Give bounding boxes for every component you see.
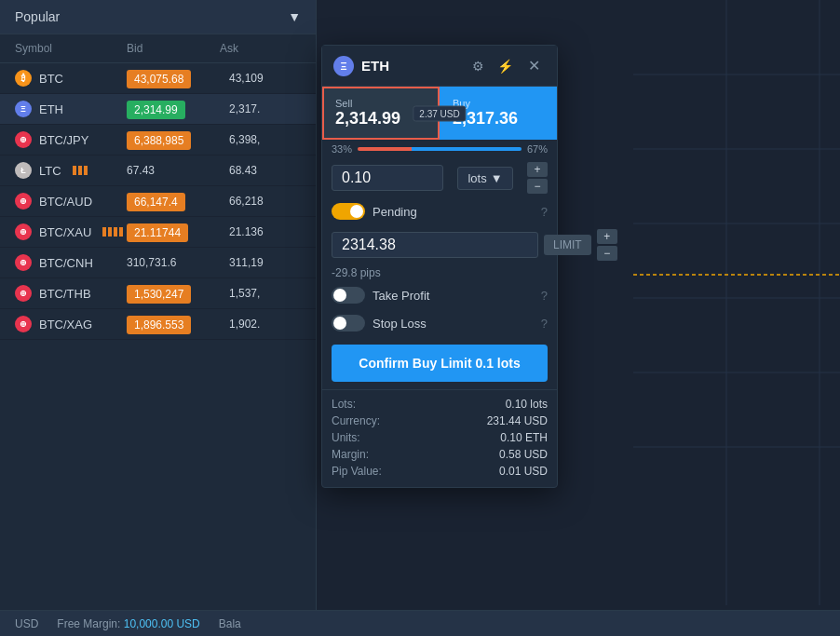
ask-value: 2,317. xyxy=(229,102,313,115)
ltc-icon: Ł xyxy=(15,162,32,179)
lots-plus-minus: + − xyxy=(527,162,548,194)
table-row[interactable]: ⊕ BTC/CNH 310,731.6 311,19 xyxy=(0,248,316,278)
progress-bar xyxy=(358,147,522,151)
progress-fill-left xyxy=(358,147,412,151)
bid-value: 43,075.68 xyxy=(127,70,191,88)
table-row[interactable]: ⊕ BTC/AUD 66,147.4 66,218 xyxy=(0,186,316,217)
lots-selector[interactable]: lots ▼ xyxy=(457,167,512,190)
symbol-label: BTC/THB xyxy=(39,287,91,301)
dropdown-arrow-icon: ▼ xyxy=(288,9,301,24)
bid-value: 1,896.553 xyxy=(127,316,191,334)
take-profit-toggle[interactable] xyxy=(332,287,365,304)
left-panel: Popular ▼ Symbol Bid Ask ₿ BTC 43,075.68… xyxy=(0,0,317,636)
symbol-label: BTC/AUD xyxy=(39,195,92,209)
buy-price: 2,317.36 xyxy=(453,109,544,129)
info-units-row: Units: 0.10 ETH xyxy=(332,429,548,446)
trading-panel: Ξ ETH ⚙ ⚡ ✕ Sell 2,314.99 Buy 2,317.36 2… xyxy=(321,45,558,488)
header-symbol: Symbol xyxy=(15,42,127,55)
stop-loss-label: Stop Loss xyxy=(373,317,427,331)
panel-symbol: ETH xyxy=(361,58,389,74)
ask-value: 68.43 xyxy=(229,164,313,177)
margin-label: Margin: xyxy=(332,448,369,461)
free-margin-label: Free Margin: 10,000.00 USD xyxy=(57,617,199,630)
ask-value: 6,398, xyxy=(229,133,313,146)
symbol-label: BTC/XAG xyxy=(39,318,92,332)
lots-input[interactable] xyxy=(332,165,443,191)
limit-price-input[interactable] xyxy=(332,232,538,258)
ask-value: 43,109 xyxy=(229,72,313,85)
take-profit-help-icon[interactable]: ? xyxy=(541,289,548,303)
bid-value: 6,388,985 xyxy=(127,131,191,150)
confirm-buy-button[interactable]: Confirm Buy Limit 0.1 lots xyxy=(332,345,548,382)
currency-value: 231.44 USD xyxy=(487,414,548,427)
lots-info-value: 0.10 lots xyxy=(506,398,548,411)
btcxau-bars xyxy=(102,227,123,237)
panel-icons: ⚙ ⚡ ✕ xyxy=(468,55,546,76)
eth-icon: Ξ xyxy=(15,101,32,117)
table-row[interactable]: ₿ BTC 43,075.68 43,109 xyxy=(0,63,316,94)
pending-label: Pending xyxy=(373,205,417,219)
symbol-name: ⊕ BTC/XAU xyxy=(15,223,127,240)
btc-icon: ₿ xyxy=(15,70,32,87)
symbol-label: BTC/JPY xyxy=(39,133,88,147)
symbol-name: ⊕ BTC/XAG xyxy=(15,316,127,332)
spread-badge: 2.37 USD xyxy=(413,105,466,121)
limit-plus-minus: + − xyxy=(597,229,617,261)
bid-value: 310,731.6 xyxy=(127,256,229,269)
stop-loss-help-icon[interactable]: ? xyxy=(541,317,548,331)
table-row[interactable]: ⊕ BTC/JPY 6,388,985 6,398, xyxy=(0,125,316,156)
symbol-label: BTC/CNH xyxy=(39,256,93,270)
btcxau-icon: ⊕ xyxy=(15,223,32,240)
symbol-label: LTC xyxy=(39,164,61,178)
header-ask: Ask xyxy=(220,42,304,55)
dropdown-label: Popular xyxy=(15,9,60,24)
panel-title: Ξ ETH xyxy=(333,56,389,76)
btcthb-icon: ⊕ xyxy=(15,285,32,302)
ltc-bars xyxy=(73,166,88,175)
pending-toggle-row: Pending ? xyxy=(322,197,557,225)
pct-right: 67% xyxy=(527,143,548,155)
settings-icon[interactable]: ⚙ xyxy=(468,57,488,75)
bid-value: 66,147.4 xyxy=(127,193,185,211)
indicators-icon[interactable]: ⚡ xyxy=(494,57,517,75)
table-row[interactable]: ⊕ BTC/XAU 21.11744 21.136 xyxy=(0,217,316,248)
table-row[interactable]: ⊕ BTC/XAG 1,896.553 1,902. xyxy=(0,309,316,340)
lots-row: lots ▼ + − xyxy=(322,158,557,197)
ask-value: 1,537, xyxy=(229,287,313,300)
table-row[interactable]: ⊕ BTC/THB 1,530,247 1,537, xyxy=(0,278,316,309)
pct-left: 33% xyxy=(332,143,352,155)
info-currency-row: Currency: 231.44 USD xyxy=(332,413,548,429)
table-row[interactable]: Ξ ETH 2,314.99 2,317. xyxy=(0,94,316,125)
symbol-label: BTC/XAU xyxy=(39,225,91,239)
progress-row: 33% 67% xyxy=(322,140,557,158)
stop-loss-row: Stop Loss ? xyxy=(322,309,557,337)
pip-label: Pip Value: xyxy=(332,465,382,478)
close-icon[interactable]: ✕ xyxy=(522,55,546,76)
take-profit-label: Take Profit xyxy=(373,289,429,303)
units-value: 0.10 ETH xyxy=(500,431,548,444)
symbol-dropdown[interactable]: Popular ▼ xyxy=(0,0,316,34)
stop-loss-knob xyxy=(333,317,346,330)
pending-help-icon[interactable]: ? xyxy=(541,205,548,219)
limit-plus-button[interactable]: + xyxy=(597,229,617,244)
take-profit-row: Take Profit ? xyxy=(322,281,557,309)
eth-symbol-icon: Ξ xyxy=(333,56,354,76)
lots-plus-button[interactable]: + xyxy=(527,162,548,177)
bid-value: 67.43 xyxy=(127,164,229,177)
symbol-name: ⊕ BTC/CNH xyxy=(15,254,127,271)
lots-info-label: Lots: xyxy=(332,398,356,411)
ask-value: 1,902. xyxy=(229,318,313,331)
symbol-name: ⊕ BTC/JPY xyxy=(15,131,127,148)
pips-text: -29.8 pips xyxy=(322,264,557,281)
stop-loss-toggle[interactable] xyxy=(332,315,365,332)
pending-toggle[interactable] xyxy=(332,203,365,220)
panel-header: Ξ ETH ⚙ ⚡ ✕ xyxy=(322,46,557,87)
equity-label: USD xyxy=(15,617,38,630)
table-row[interactable]: Ł LTC 67.43 68.43 xyxy=(0,156,316,186)
lots-minus-button[interactable]: − xyxy=(527,179,548,194)
symbol-label: ETH xyxy=(39,102,63,116)
symbol-name: ₿ BTC xyxy=(15,70,127,87)
limit-minus-button[interactable]: − xyxy=(597,246,617,261)
info-pip-row: Pip Value: 0.01 USD xyxy=(332,463,548,480)
margin-value: 0.58 USD xyxy=(499,448,548,461)
